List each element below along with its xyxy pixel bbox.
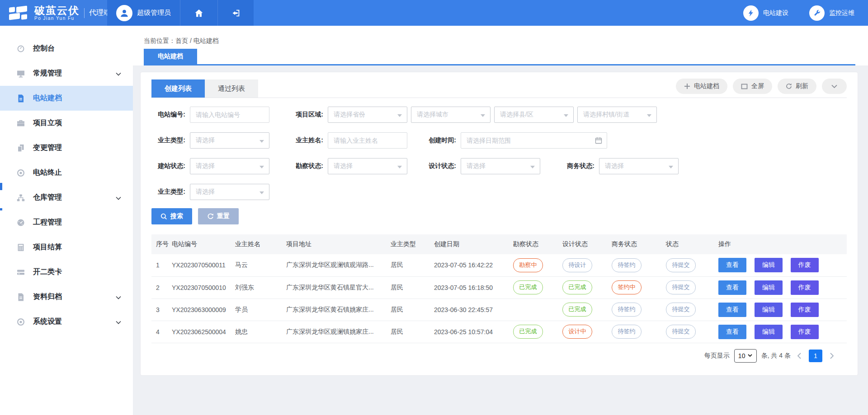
- fullscreen-button[interactable]: 全屏: [733, 79, 772, 94]
- header-nav: 电站建设 监控运维: [254, 0, 868, 26]
- business-status-select[interactable]: 请选择: [599, 158, 679, 174]
- table-row: 4 YX2023062500004 姚忠 广东深圳龙华区观澜镇姚家庄... 居民…: [151, 321, 847, 343]
- survey-status-select[interactable]: 请选择: [328, 158, 407, 174]
- sidebar-item-project-initiation[interactable]: 项目立项: [0, 111, 133, 135]
- col-design: 设计状态: [558, 234, 607, 254]
- user-name: 超级管理员: [137, 9, 171, 17]
- view-button[interactable]: 查看: [718, 303, 746, 317]
- edit-button[interactable]: 编辑: [755, 280, 783, 295]
- field-label: 设计状态:: [407, 162, 461, 170]
- station-code-input[interactable]: [190, 107, 269, 123]
- status-badge: 待提交: [666, 325, 696, 339]
- status-badge: 已完成: [562, 303, 592, 317]
- sidebar-item-station-archive[interactable]: 电站建档: [0, 86, 133, 111]
- void-button[interactable]: 作废: [791, 280, 819, 295]
- sidebar-item-warehouse-mgmt[interactable]: 仓库管理: [0, 185, 133, 210]
- void-button[interactable]: 作废: [791, 303, 819, 317]
- top-header: 破茧云伏 Po Jian Yun Fu 代理端 超级管理员 电站建设 监控运: [0, 0, 868, 26]
- prev-page-button[interactable]: [795, 353, 803, 359]
- sidebar-item-label: 变更管理: [33, 143, 62, 153]
- sidebar-scrollbar-thumb[interactable]: [0, 183, 2, 190]
- status-badge: 待签约: [612, 303, 642, 317]
- collapse-toolbar-button[interactable]: [822, 79, 847, 94]
- current-page-button[interactable]: 1: [809, 350, 822, 362]
- search-icon: [160, 213, 167, 220]
- breadcrumb-path[interactable]: 首页 / 电站建档: [175, 37, 219, 44]
- home-button[interactable]: [180, 0, 217, 26]
- table-row: 3 YX2023063000009 学员 广东深圳龙华区黄石镇姚家庄... 居民…: [151, 298, 847, 321]
- sidebar-item-engineering-mgmt[interactable]: 工程管理: [0, 210, 133, 235]
- nav-monitor-ops[interactable]: 监控运维: [809, 5, 854, 21]
- edit-button[interactable]: 编辑: [755, 258, 783, 272]
- col-survey: 勘察状态: [509, 234, 558, 254]
- design-status-select[interactable]: 请选择: [461, 158, 540, 174]
- sidebar-item-label: 系统设置: [33, 317, 62, 326]
- owner-name-input[interactable]: [328, 132, 407, 149]
- status-badge: 待提交: [666, 258, 696, 272]
- view-button[interactable]: 查看: [718, 325, 746, 339]
- void-button[interactable]: 作废: [791, 325, 819, 339]
- col-owner: 业主姓名: [231, 234, 282, 254]
- void-button[interactable]: 作废: [791, 258, 819, 272]
- nav-station-build[interactable]: 电站建设: [743, 5, 788, 21]
- calculator-icon: [16, 243, 25, 252]
- archive-icon: [16, 293, 25, 302]
- page-size-select[interactable]: 10: [734, 349, 757, 363]
- owner-type-select-2[interactable]: 请选择: [190, 184, 269, 200]
- province-select[interactable]: 请选择省份: [328, 107, 407, 123]
- view-button[interactable]: 查看: [718, 258, 746, 272]
- sidebar-item-label: 电站建档: [33, 93, 62, 103]
- lightning-icon: [743, 5, 759, 21]
- sidebar-item-system-settings[interactable]: 系统设置: [0, 309, 133, 334]
- date-range-field[interactable]: [461, 133, 595, 148]
- view-button[interactable]: 查看: [718, 280, 746, 295]
- sidebar-item-console[interactable]: 控制台: [0, 36, 133, 61]
- date-range-input[interactable]: [461, 132, 607, 149]
- document-icon: [16, 94, 25, 103]
- field-label: 建站状态:: [151, 162, 190, 170]
- sidebar-scrollbar-mark: [0, 208, 2, 210]
- sidebar-item-project-settlement[interactable]: 项目结算: [0, 235, 133, 260]
- field-label: 项目区域:: [269, 111, 328, 119]
- divider: [84, 8, 85, 18]
- owner-type-select[interactable]: 请选择: [190, 132, 269, 149]
- breadcrumb-prefix: 当前位置：: [144, 37, 175, 44]
- tab-passed-list[interactable]: 通过列表: [205, 79, 258, 98]
- status-badge: 待签约: [612, 325, 642, 339]
- refresh-button[interactable]: 刷新: [778, 79, 816, 94]
- sidebar-item-general-mgmt[interactable]: 常规管理: [0, 61, 133, 86]
- sidebar-item-data-archive[interactable]: 资料归档: [0, 284, 133, 309]
- station-table: 序号 电站编号 业主姓名 项目地址 业主类型 创建日期 勘察状态 设计状态 商务…: [151, 234, 847, 363]
- page-tab-station-archive[interactable]: 电站建档: [144, 49, 197, 64]
- next-page-button[interactable]: [828, 353, 836, 359]
- status-badge: 已完成: [513, 280, 543, 294]
- county-select[interactable]: 请选择县/区: [494, 107, 574, 123]
- id-card-icon: [16, 268, 25, 277]
- field-label: 电站编号:: [151, 111, 190, 119]
- add-station-button[interactable]: 电站建档: [676, 79, 727, 94]
- logo-area: 破茧云伏 Po Jian Yun Fu 代理端: [0, 0, 107, 26]
- village-select[interactable]: 请选择村镇/街道: [577, 107, 657, 123]
- tab-create-list[interactable]: 创建列表: [151, 79, 205, 98]
- edit-button[interactable]: 编辑: [755, 303, 783, 317]
- build-status-select[interactable]: 请选择: [190, 158, 269, 174]
- col-business: 商务状态: [607, 234, 661, 254]
- logo-title: 破茧云伏: [34, 5, 80, 16]
- reset-button[interactable]: 重置: [198, 208, 239, 224]
- user-avatar-icon: [116, 5, 132, 21]
- chevron-down-icon: [116, 318, 121, 326]
- city-select[interactable]: 请选择城市: [411, 107, 491, 123]
- search-button[interactable]: 搜索: [151, 208, 192, 224]
- user-menu[interactable]: 超级管理员: [107, 0, 180, 26]
- edit-button[interactable]: 编辑: [755, 325, 783, 339]
- logout-button[interactable]: [217, 0, 254, 26]
- nav-label: 电站建设: [763, 9, 788, 17]
- sidebar-item-open-type2-card[interactable]: 开二类卡: [0, 260, 133, 284]
- status-badge: 待提交: [666, 303, 696, 317]
- sidebar-item-change-mgmt[interactable]: 变更管理: [0, 135, 133, 160]
- chevron-down-icon: [116, 70, 121, 78]
- status-badge: 勘察中: [513, 258, 543, 272]
- field-label: 商务状态:: [540, 162, 599, 170]
- gauge-icon: [16, 218, 25, 227]
- sidebar-item-station-terminate[interactable]: 电站终止: [0, 160, 133, 185]
